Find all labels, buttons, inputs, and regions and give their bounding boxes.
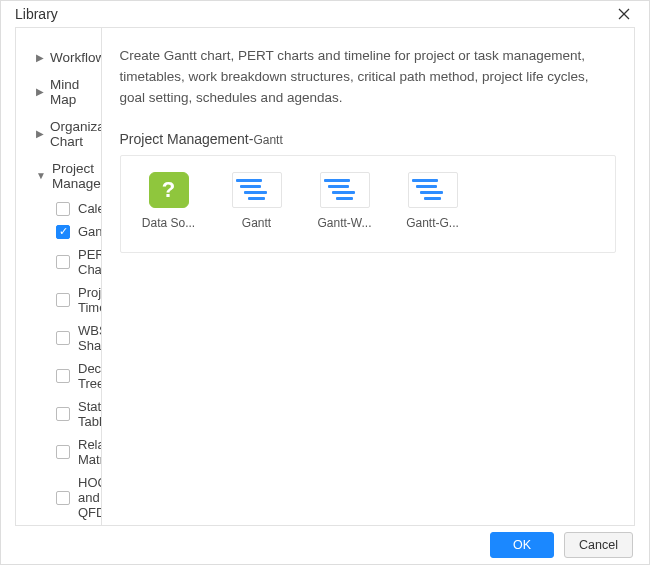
gantt-thumbnail — [408, 172, 458, 208]
help-icon: ? — [149, 172, 189, 208]
checkbox[interactable] — [56, 255, 70, 269]
category-sidebar[interactable]: ▶Workflow▶Mind Map▶Organization Chart▼Pr… — [16, 28, 102, 525]
sidebar-category-label: Workflow — [50, 50, 102, 65]
sidebar-item[interactable]: Status Table — [16, 395, 101, 433]
triangle-right-icon: ▶ — [36, 87, 44, 97]
dialog-title: Library — [15, 6, 58, 22]
gallery-item[interactable]: Gantt — [215, 168, 299, 234]
sidebar-item-label: HOQ and QFD — [78, 475, 102, 520]
sidebar-category[interactable]: ▶Mind Map — [16, 71, 101, 113]
gallery-item[interactable]: Gantt-G... — [391, 168, 475, 234]
dialog-footer: OK Cancel — [1, 526, 649, 564]
triangle-right-icon: ▶ — [36, 129, 44, 139]
sidebar-item[interactable]: Calendar — [16, 197, 101, 220]
shape-gallery: ?Data So...GanttGantt-W...Gantt-G... — [120, 155, 616, 253]
checkbox[interactable]: ✓ — [56, 225, 70, 239]
sidebar-item-label: WBS Shapes — [78, 323, 102, 353]
gallery-item-label: Gantt-W... — [318, 216, 372, 230]
sidebar-item-label: Status Table — [78, 399, 102, 429]
sidebar-item[interactable]: ✓Gantt — [16, 220, 101, 243]
cancel-button[interactable]: Cancel — [564, 532, 633, 558]
library-dialog: Library ▶Workflow▶Mind Map▶Organization … — [0, 0, 650, 565]
gallery-item-label: Data So... — [142, 216, 195, 230]
checkbox[interactable] — [56, 293, 70, 307]
sidebar-item[interactable]: Relationship Matrix — [16, 433, 101, 471]
sidebar-item-label: Relationship Matrix — [78, 437, 102, 467]
triangle-right-icon: ▶ — [36, 53, 44, 63]
content: ▶Workflow▶Mind Map▶Organization Chart▼Pr… — [15, 27, 635, 526]
sidebar-item-label: PERT Chart — [78, 247, 102, 277]
sidebar-item[interactable]: WBS Shapes — [16, 319, 101, 357]
titlebar: Library — [1, 1, 649, 27]
gallery-item[interactable]: ?Data So... — [127, 168, 211, 234]
sidebar-item[interactable]: Decision Tree — [16, 357, 101, 395]
sidebar-item[interactable]: PERT Chart — [16, 243, 101, 281]
close-icon — [618, 8, 630, 20]
ok-button[interactable]: OK — [490, 532, 554, 558]
gallery-item[interactable]: Gantt-W... — [303, 168, 387, 234]
main-panel[interactable]: Create Gantt chart, PERT charts and time… — [102, 28, 634, 525]
checkbox[interactable] — [56, 331, 70, 345]
sidebar-item[interactable]: Project Timeline — [16, 281, 101, 319]
checkbox[interactable] — [56, 407, 70, 421]
sidebar-category-label: Mind Map — [50, 77, 91, 107]
close-button[interactable] — [611, 1, 637, 27]
sidebar-category[interactable]: ▼Project Management — [16, 155, 101, 197]
gallery-item-label: Gantt — [242, 216, 271, 230]
sidebar-item-label: Calendar — [78, 201, 102, 216]
checkbox[interactable] — [56, 369, 70, 383]
triangle-down-icon: ▼ — [36, 171, 46, 181]
checkbox[interactable] — [56, 491, 70, 505]
gallery-item-label: Gantt-G... — [406, 216, 459, 230]
sidebar-category-label: Organization Chart — [50, 119, 102, 149]
checkbox[interactable] — [56, 202, 70, 216]
sidebar-category-label: Project Management — [52, 161, 102, 191]
gantt-thumbnail — [320, 172, 370, 208]
category-description: Create Gantt chart, PERT charts and time… — [120, 46, 616, 109]
sidebar-category[interactable]: ▶Organization Chart — [16, 113, 101, 155]
sidebar-item-label: Gantt — [78, 224, 102, 239]
section-title: Project Management-Gantt — [120, 131, 616, 147]
sidebar-item-label: Project Timeline — [78, 285, 102, 315]
sidebar-category[interactable]: ▶Workflow — [16, 44, 101, 71]
sidebar-item-label: Decision Tree — [78, 361, 102, 391]
checkbox[interactable] — [56, 445, 70, 459]
sidebar-item[interactable]: HOQ and QFD — [16, 471, 101, 524]
gantt-thumbnail — [232, 172, 282, 208]
